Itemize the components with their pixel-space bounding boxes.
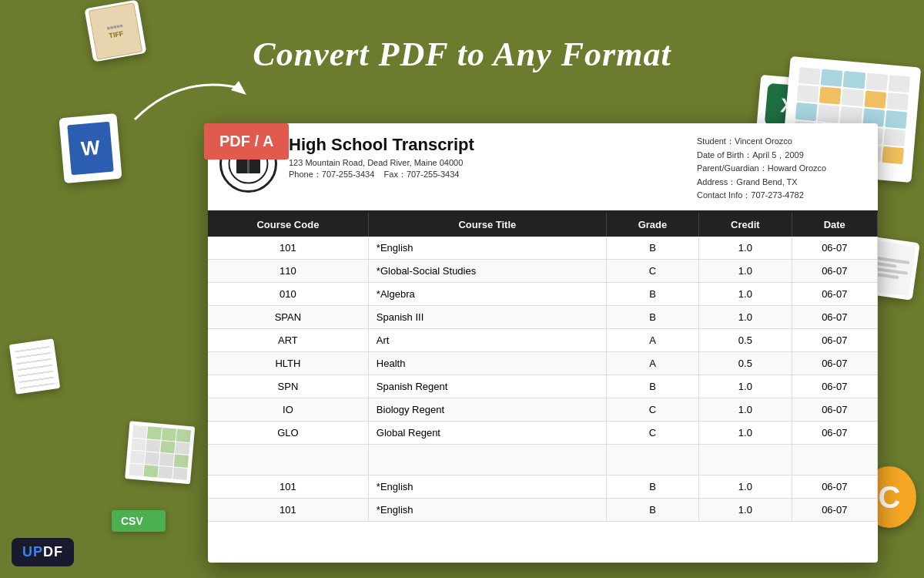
svg-marker-0 bbox=[231, 81, 246, 95]
cell-grade: A bbox=[606, 328, 698, 351]
cell-credit: 1.0 bbox=[699, 259, 792, 282]
cell-title: *Algebra bbox=[368, 282, 606, 305]
table-row: ART Art A 0.5 06-07 bbox=[208, 328, 878, 351]
student-guardian: Parent/Guardian：Howard Orozco bbox=[697, 162, 866, 176]
cell-credit: 1.0 bbox=[699, 398, 792, 421]
cell-code: 101 bbox=[208, 475, 368, 498]
word-icon: W bbox=[59, 113, 122, 183]
cell-code: HLTH bbox=[208, 351, 368, 375]
student-dob: Date of Birth：April 5，2009 bbox=[697, 149, 866, 163]
cell-title: Art bbox=[368, 328, 606, 351]
cell-grade: B bbox=[606, 475, 698, 498]
table-row: IO Biology Regent C 1.0 06-07 bbox=[208, 398, 878, 421]
cell-grade: C bbox=[606, 421, 698, 444]
tiff-icon: ■■■■■ TIFF bbox=[84, 0, 146, 62]
cell-date: 06-07 bbox=[792, 305, 878, 328]
col-header-credit: Credit bbox=[699, 213, 792, 237]
cell-date: 06-07 bbox=[792, 475, 878, 498]
csv-icon: CSV bbox=[112, 510, 166, 539]
svg-rect-4 bbox=[247, 159, 249, 173]
cell-credit: 0.5 bbox=[699, 351, 792, 375]
cell-credit: 1.0 bbox=[699, 237, 792, 260]
cell-title: Biology Regent bbox=[368, 398, 606, 421]
cell-date: 06-07 bbox=[792, 282, 878, 305]
doc-header: ★ ★ ★ High School Transcript 123 Mountai… bbox=[208, 123, 878, 213]
cell-date: 06-07 bbox=[792, 375, 878, 398]
table-row: HLTH Health A 0.5 06-07 bbox=[208, 351, 878, 375]
transcript-table: Course Code Course Title Grade Credit Da… bbox=[208, 213, 878, 522]
cell-title: Global Regent bbox=[368, 421, 606, 444]
col-header-title: Course Title bbox=[368, 213, 606, 237]
cell-credit: 1.0 bbox=[699, 498, 792, 521]
cell-credit: 1.0 bbox=[699, 282, 792, 305]
document-container: ★ ★ ★ High School Transcript 123 Mountai… bbox=[208, 123, 878, 563]
cell-grade: B bbox=[606, 498, 698, 521]
table-row bbox=[208, 444, 878, 475]
table-row: 010 *Algebra B 1.0 06-07 bbox=[208, 282, 878, 305]
table-row: 101 *English B 1.0 06-07 bbox=[208, 475, 878, 498]
school-phone-fax: Phone：707-255-3434 Fax：707-255-3434 bbox=[289, 169, 697, 180]
cell-grade: B bbox=[606, 305, 698, 328]
pdf-badge: PDF / A bbox=[204, 123, 289, 160]
table-row: 101 *English B 1.0 06-07 bbox=[208, 237, 878, 260]
cell-credit: 0.5 bbox=[699, 328, 792, 351]
table-row: GLO Global Regent C 1.0 06-07 bbox=[208, 421, 878, 444]
updf-logo[interactable]: UPDF bbox=[12, 538, 74, 566]
cell-date: 06-07 bbox=[792, 421, 878, 444]
cell-title: Health bbox=[368, 351, 606, 375]
cell-credit: 1.0 bbox=[699, 305, 792, 328]
cell-code: GLO bbox=[208, 421, 368, 444]
table-row: SPAN Spanish III B 1.0 06-07 bbox=[208, 305, 878, 328]
cell-code: 110 bbox=[208, 259, 368, 282]
cell-grade: B bbox=[606, 237, 698, 260]
cell-date: 06-07 bbox=[792, 237, 878, 260]
grid-icon bbox=[125, 421, 199, 489]
cell-title: *English bbox=[368, 237, 606, 260]
cell-code: SPAN bbox=[208, 305, 368, 328]
table-row: 101 *English B 1.0 06-07 bbox=[208, 498, 878, 521]
cell-code: 101 bbox=[208, 498, 368, 521]
cell-title: Spanish III bbox=[368, 305, 606, 328]
cell-grade: C bbox=[606, 259, 698, 282]
cell-date: 06-07 bbox=[792, 498, 878, 521]
col-header-code: Course Code bbox=[208, 213, 368, 237]
student-contact: Contact Info：707-273-4782 bbox=[697, 189, 866, 203]
cell-credit: 1.0 bbox=[699, 475, 792, 498]
doc-small-left-icon bbox=[8, 339, 62, 393]
table-row: SPN Spanish Regent B 1.0 06-07 bbox=[208, 375, 878, 398]
cell-code: ART bbox=[208, 328, 368, 351]
cell-code: SPN bbox=[208, 375, 368, 398]
student-info: Student：Vincent Orozco Date of Birth：Apr… bbox=[697, 135, 866, 203]
cell-title: *Global-Social Studies bbox=[368, 259, 606, 282]
cell-date: 06-07 bbox=[792, 398, 878, 421]
col-header-grade: Grade bbox=[606, 213, 698, 237]
cell-code: 010 bbox=[208, 282, 368, 305]
cell-title: *English bbox=[368, 475, 606, 498]
student-name: Student：Vincent Orozco bbox=[697, 135, 866, 149]
cell-code: IO bbox=[208, 398, 368, 421]
svg-rect-3 bbox=[249, 160, 260, 173]
cell-title: Spanish Regent bbox=[368, 375, 606, 398]
cell-credit: 1.0 bbox=[699, 375, 792, 398]
school-name: High School Transcript bbox=[289, 135, 697, 155]
svg-rect-2 bbox=[236, 160, 248, 173]
cell-credit: 1.0 bbox=[699, 421, 792, 444]
cell-title: *English bbox=[368, 498, 606, 521]
cell-code: 101 bbox=[208, 237, 368, 260]
table-row: 110 *Global-Social Studies C 1.0 06-07 bbox=[208, 259, 878, 282]
cell-grade: B bbox=[606, 282, 698, 305]
cell-grade: A bbox=[606, 351, 698, 375]
school-info: High School Transcript 123 Mountain Road… bbox=[289, 135, 697, 203]
cell-date: 06-07 bbox=[792, 259, 878, 282]
cell-date: 06-07 bbox=[792, 351, 878, 375]
cell-date: 06-07 bbox=[792, 328, 878, 351]
cell-grade: C bbox=[606, 398, 698, 421]
student-address: Address：Grand Bend, TX bbox=[697, 176, 866, 190]
col-header-date: Date bbox=[792, 213, 878, 237]
school-address: 123 Mountain Road, Dead River, Maine 040… bbox=[289, 158, 697, 167]
table-header-row: Course Code Course Title Grade Credit Da… bbox=[208, 213, 878, 237]
cell-grade: B bbox=[606, 375, 698, 398]
